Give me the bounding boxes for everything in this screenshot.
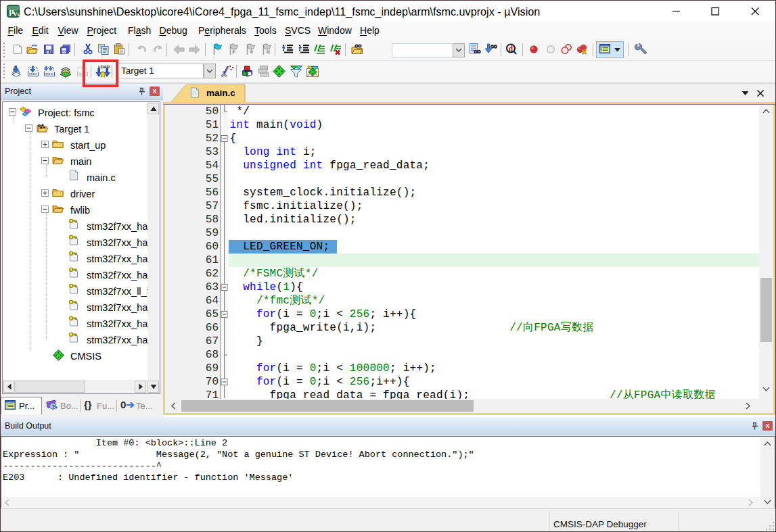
- svg-text:d: d: [509, 44, 513, 53]
- svg-text:Vs: Vs: [14, 11, 20, 18]
- svg-text:?: ?: [51, 404, 55, 410]
